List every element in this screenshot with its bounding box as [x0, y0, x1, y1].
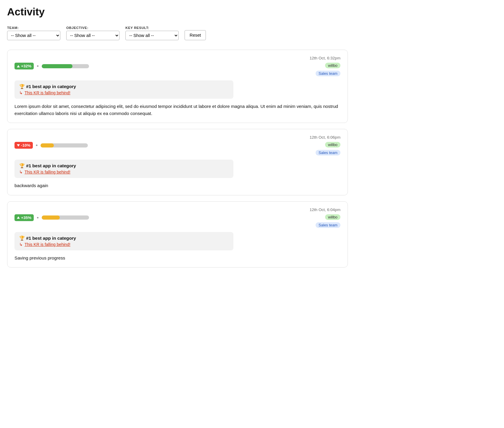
change-badge: +32% — [14, 63, 34, 69]
change-value: +35% — [21, 215, 31, 220]
activity-card-3: +35% • 12th Oct, 6:04pm willbo Sales tea… — [7, 201, 348, 268]
triangle-up-icon — [17, 65, 20, 67]
card-content-left: 🏆 #1 best app in category This KR is fal… — [14, 232, 340, 262]
card-body-text: Lorem ipsum dolor sit amet, consectetur … — [14, 103, 340, 117]
dot-separator: • — [37, 215, 39, 221]
filters-bar: TEAM: -- Show all -- OBJECTIVE: -- Show … — [7, 26, 348, 40]
activity-card-2: -10% • 12th Oct, 6:06pm willbo Sales tea… — [7, 129, 348, 195]
card-header-left: -10% • — [14, 142, 88, 149]
card-content-left: 🏆 #1 best app in category This KR is fal… — [14, 160, 340, 189]
team-filter-group: TEAM: -- Show all -- — [7, 26, 60, 40]
team-tag: Sales team — [316, 222, 340, 228]
user-tag: willbo — [325, 214, 340, 220]
keyresult-filter-label: KEY RESULT: — [125, 26, 179, 30]
change-badge: -10% — [14, 142, 33, 149]
triangle-up-icon — [17, 216, 20, 219]
user-tag: willbo — [325, 63, 340, 68]
card-right: 12th Oct, 6:06pm willbo Sales team — [299, 135, 340, 155]
progress-bar — [41, 143, 88, 147]
activity-list: +32% • 12th Oct, 6:32pm willbo Sales tea… — [7, 50, 348, 268]
card-header: -10% • 12th Oct, 6:06pm willbo Sales tea… — [14, 135, 340, 155]
kr-box: 🏆 #1 best app in category This KR is fal… — [14, 232, 233, 250]
card-right: 12th Oct, 6:04pm willbo Sales team — [299, 207, 340, 228]
progress-bar-fill — [41, 143, 54, 147]
card-content-left: 🏆 #1 best app in category This KR is fal… — [14, 80, 340, 117]
objective-filter-select[interactable]: -- Show all -- — [66, 31, 119, 40]
timestamp: 12th Oct, 6:32pm — [310, 56, 340, 60]
timestamp: 12th Oct, 6:06pm — [310, 135, 340, 140]
team-tag: Sales team — [316, 71, 340, 76]
card-header-left: +35% • — [14, 214, 89, 221]
team-tag: Sales team — [316, 150, 340, 155]
objective-filter-label: OBJECTIVE: — [66, 26, 119, 30]
user-tag: willbo — [325, 142, 340, 147]
card-content-row: 🏆 #1 best app in category This KR is fal… — [14, 80, 340, 117]
kr-title: 🏆 #1 best app in category — [19, 84, 229, 89]
keyresult-filter-group: KEY RESULT: -- Show all -- — [125, 26, 179, 40]
kr-title: 🏆 #1 best app in category — [19, 236, 229, 241]
objective-filter-group: OBJECTIVE: -- Show all -- — [66, 26, 119, 40]
kr-box: 🏆 #1 best app in category This KR is fal… — [14, 80, 233, 99]
dot-separator: • — [37, 63, 39, 69]
change-value: +32% — [21, 64, 31, 68]
progress-bar-fill — [42, 215, 60, 220]
team-filter-label: TEAM: — [7, 26, 60, 30]
card-content-row: 🏆 #1 best app in category This KR is fal… — [14, 160, 340, 189]
activity-card-1: +32% • 12th Oct, 6:32pm willbo Sales tea… — [7, 50, 348, 123]
progress-bar — [42, 215, 89, 220]
change-badge: +35% — [14, 214, 34, 221]
card-header: +32% • 12th Oct, 6:32pm willbo Sales tea… — [14, 56, 340, 76]
kr-title: 🏆 #1 best app in category — [19, 163, 229, 168]
card-right: 12th Oct, 6:32pm willbo Sales team — [299, 56, 340, 76]
card-content-row: 🏆 #1 best app in category This KR is fal… — [14, 232, 340, 262]
card-header-left: +32% • — [14, 63, 89, 69]
kr-link[interactable]: This KR is falling behind! — [19, 90, 229, 95]
card-body-text: backwards again — [14, 182, 340, 189]
kr-link[interactable]: This KR is falling behind! — [19, 170, 229, 174]
dot-separator: • — [36, 142, 38, 148]
triangle-down-icon — [17, 144, 20, 147]
page-title: Activity — [7, 6, 348, 18]
reset-button[interactable]: Reset — [185, 30, 206, 40]
timestamp: 12th Oct, 6:04pm — [310, 207, 340, 212]
kr-link[interactable]: This KR is falling behind! — [19, 242, 229, 247]
team-filter-select[interactable]: -- Show all -- — [7, 31, 60, 40]
progress-bar-fill — [42, 64, 72, 68]
card-body-text: Saving previous progress — [14, 254, 340, 262]
card-header: +35% • 12th Oct, 6:04pm willbo Sales tea… — [14, 207, 340, 228]
keyresult-filter-select[interactable]: -- Show all -- — [125, 31, 179, 40]
kr-box: 🏆 #1 best app in category This KR is fal… — [14, 160, 233, 178]
progress-bar — [42, 64, 89, 68]
change-value: -10% — [21, 143, 30, 147]
